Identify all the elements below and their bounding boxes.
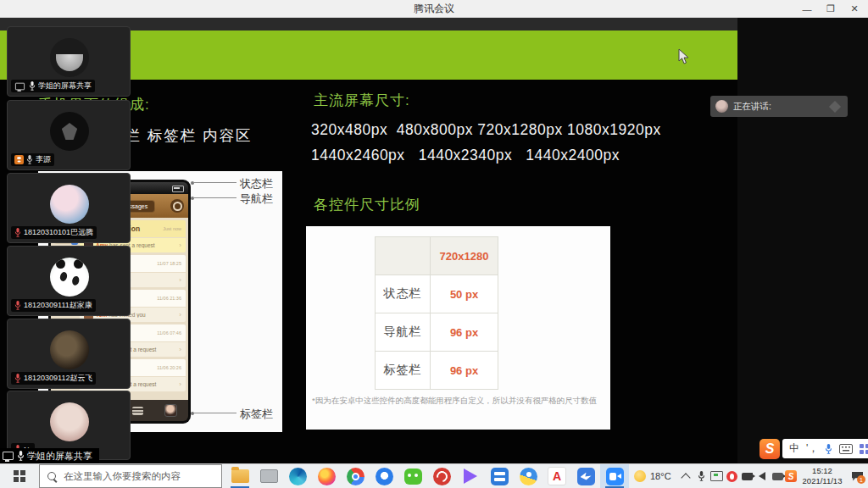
sizes-line2: 1440x2460px 1440x2340px 1440x2400px bbox=[311, 147, 620, 164]
participant-tile[interactable]: 李源 bbox=[7, 100, 131, 170]
participant-avatar bbox=[50, 402, 89, 441]
ime-mode-toggle[interactable]: 中 bbox=[789, 441, 799, 456]
label-status-bar: 状态栏 bbox=[240, 176, 273, 191]
tray-qq[interactable] bbox=[724, 464, 739, 488]
participant-tile[interactable]: 18120309112赵云飞 bbox=[7, 319, 131, 389]
sizes-line1: 320x480px 480x800px 720x1280px 1080x1920… bbox=[311, 121, 661, 139]
table-col-header: 720x1280 bbox=[431, 237, 498, 274]
taskbar-potplayer[interactable] bbox=[456, 464, 485, 488]
participant-tile[interactable]: 18120310101巴远腾 bbox=[7, 173, 131, 243]
callout-line bbox=[194, 182, 236, 183]
participant-tile[interactable]: 学姐的屏幕共享 bbox=[7, 26, 131, 97]
ime-menu-icon[interactable] bbox=[860, 444, 868, 454]
taskbar-firefox[interactable] bbox=[312, 464, 341, 488]
taskbar-file-explorer[interactable] bbox=[225, 464, 254, 488]
wechat-icon bbox=[404, 469, 422, 485]
mic-icon bbox=[698, 471, 705, 481]
notification-center-button[interactable]: 1 bbox=[849, 464, 865, 488]
sizes-heading: 主流屏幕尺寸: bbox=[314, 91, 410, 110]
taskbar-video-app[interactable] bbox=[485, 464, 514, 488]
chevron-right-icon: › bbox=[179, 346, 181, 353]
participant-name: 18120309111赵家康 bbox=[24, 300, 92, 311]
screen-share-banner: 学姐的屏幕共享 bbox=[0, 448, 99, 463]
taskbar-bird-app[interactable] bbox=[514, 464, 542, 488]
keyboard-icon[interactable] bbox=[839, 444, 853, 454]
presenter-icon bbox=[14, 155, 24, 164]
participant-tile[interactable]: 18120309111赵家康 bbox=[7, 246, 131, 316]
play-icon bbox=[464, 469, 477, 484]
tray-expand-button[interactable] bbox=[678, 464, 693, 488]
profile-tab-avatar[interactable] bbox=[164, 404, 177, 417]
notes-icon[interactable] bbox=[132, 407, 143, 415]
taskbar-chrome[interactable] bbox=[341, 464, 370, 488]
speaker-avatar bbox=[715, 100, 728, 113]
mic-icon bbox=[26, 155, 33, 164]
clock-time: 15:12 bbox=[795, 466, 849, 476]
tray-volume[interactable] bbox=[754, 464, 770, 488]
taskbar-netease-music[interactable] bbox=[427, 464, 456, 488]
participant-avatar bbox=[50, 258, 89, 297]
participant-avatar bbox=[50, 38, 89, 77]
ime-punct-toggle[interactable]: '， bbox=[806, 441, 818, 456]
participant-name: 李源 bbox=[36, 154, 51, 165]
controls-heading: 各控件尺寸比例 bbox=[314, 195, 420, 214]
chevron-right-icon: › bbox=[179, 311, 181, 319]
table-row-label: 标签栏 bbox=[376, 352, 430, 389]
table-row-value: 50 px bbox=[431, 275, 498, 313]
mouse-cursor bbox=[678, 48, 690, 65]
music-icon bbox=[433, 468, 451, 485]
edge-icon bbox=[289, 468, 307, 485]
taskbar-search[interactable] bbox=[39, 464, 222, 488]
notification-badge: 1 bbox=[857, 475, 865, 484]
screen-icon bbox=[710, 471, 723, 481]
close-button[interactable]: ✕ bbox=[843, 0, 866, 18]
mic-icon bbox=[17, 451, 25, 461]
speaker-icon bbox=[759, 472, 765, 480]
label-tab-bar: 标签栏 bbox=[240, 407, 273, 422]
watermark bbox=[829, 100, 841, 112]
tray-screen-share[interactable] bbox=[709, 464, 724, 488]
participant-name: 学姐的屏幕共享 bbox=[38, 80, 92, 92]
participant-avatar bbox=[50, 112, 89, 151]
taskbar-quark-browser[interactable] bbox=[370, 464, 398, 488]
taskbar-acrobat[interactable]: A bbox=[542, 464, 571, 488]
folder-icon bbox=[231, 469, 249, 483]
taskbar-docs-app[interactable] bbox=[571, 464, 600, 488]
taskbar-edge[interactable] bbox=[283, 464, 312, 488]
tray-mic[interactable] bbox=[693, 464, 709, 488]
qq-icon bbox=[726, 471, 737, 482]
screen-share-icon bbox=[15, 82, 25, 90]
maximize-button[interactable]: ❐ bbox=[819, 0, 843, 18]
ime-toolbar: S 中 '， bbox=[760, 438, 868, 459]
taskbar-wechat[interactable] bbox=[398, 464, 427, 488]
search-input[interactable] bbox=[62, 470, 209, 482]
taskbar-weather[interactable]: 18°C bbox=[631, 464, 675, 488]
controls-size-table: 720x1280 状态栏 50 px 导航栏 96 px 标签栏 96 px bbox=[375, 236, 498, 390]
chevron-up-icon bbox=[681, 473, 690, 482]
chevron-right-icon: › bbox=[179, 380, 181, 388]
participant-name: 18120310101巴远腾 bbox=[24, 227, 93, 238]
acrobat-icon: A bbox=[548, 467, 566, 485]
table-corner-cell bbox=[376, 237, 430, 274]
start-button[interactable] bbox=[0, 464, 39, 488]
computer-icon bbox=[260, 469, 278, 483]
clock-date: 2021/11/13 bbox=[795, 476, 849, 486]
chevron-right-icon: › bbox=[179, 276, 181, 284]
mic-muted-icon bbox=[14, 374, 21, 383]
participants-sidebar bbox=[737, 18, 868, 463]
window-titlebar: 腾讯会议 — ❐ ✕ bbox=[0, 0, 868, 18]
participant-name: 18120309112赵云飞 bbox=[24, 373, 92, 384]
minimize-button[interactable]: — bbox=[795, 0, 819, 18]
table-row-label: 导航栏 bbox=[376, 313, 430, 351]
taskbar-clock[interactable]: 15:12 2021/11/13 bbox=[795, 466, 849, 486]
callout-line bbox=[194, 413, 236, 413]
browser-icon bbox=[376, 468, 393, 485]
label-nav-bar: 导航栏 bbox=[240, 191, 273, 207]
taskbar-tencent-meeting[interactable] bbox=[600, 464, 629, 488]
speaking-indicator: 正在讲话: bbox=[710, 96, 848, 117]
taskbar-pc-app[interactable] bbox=[254, 464, 283, 488]
sogou-logo-icon[interactable]: S bbox=[760, 439, 780, 459]
table-row-label: 状态栏 bbox=[376, 275, 430, 313]
gear-icon[interactable] bbox=[170, 199, 184, 213]
voice-input-icon[interactable] bbox=[825, 444, 832, 454]
